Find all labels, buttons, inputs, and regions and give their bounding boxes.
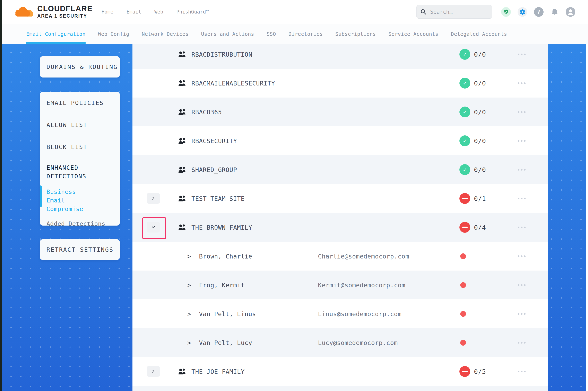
row-menu-button[interactable] <box>517 312 527 316</box>
member-email: Charlie@somedemocorp.com <box>318 253 409 260</box>
minus-icon <box>462 227 468 228</box>
group-name: SHARED_GROUP <box>191 166 237 173</box>
nav-item-email[interactable]: Email <box>127 9 141 15</box>
group-name: RBACO365 <box>191 108 222 115</box>
secondary-tabbar: Email ConfigurationWeb ConfigNetwork Dev… <box>2 24 588 44</box>
member-count: 0/0 <box>474 137 486 145</box>
row-menu-button[interactable] <box>517 341 527 345</box>
nav-item-phishguard-[interactable]: PhishGuard™ <box>176 9 209 15</box>
status-dot-icon <box>460 253 466 259</box>
active-item-indicator <box>40 186 42 207</box>
search-container <box>417 5 492 19</box>
shield-check-icon[interactable] <box>501 7 511 17</box>
expand-toggle-button[interactable] <box>147 222 160 232</box>
status-badge: ✓ <box>459 78 470 89</box>
tab-directories[interactable]: Directories <box>289 24 323 44</box>
tab-subscriptions[interactable]: Subscriptions <box>335 24 376 44</box>
chevron-right-icon[interactable]: > <box>187 310 191 317</box>
row-menu-button[interactable] <box>517 139 527 143</box>
status-dot-icon <box>460 282 466 288</box>
user-avatar-icon[interactable] <box>566 7 575 17</box>
row-menu-button[interactable] <box>517 81 527 85</box>
row-menu-button[interactable] <box>517 110 527 114</box>
member-name: Van Pelt, Linus <box>199 310 256 317</box>
cloudflare-cloud-icon <box>12 6 34 18</box>
cloudflare-logo[interactable]: CLOUDFLARE AREA 1 SECURITY <box>12 5 93 19</box>
sidebar-item-block-list[interactable]: BLOCK LIST <box>40 136 120 158</box>
row-menu-button[interactable] <box>517 196 527 201</box>
group-row: SHARED_GROUP ✓ 0/0 <box>133 155 548 184</box>
sidebar-item-enhanced-detections[interactable]: ENHANCED DETECTIONS <box>46 163 96 181</box>
expand-toggle-button[interactable] <box>147 193 160 204</box>
member-count: 0/0 <box>474 51 486 58</box>
member-row: > Van Pelt, Linus Linus@somedemocorp.com <box>133 299 548 328</box>
tab-service-accounts[interactable]: Service Accounts <box>388 24 438 44</box>
group-name: RBACSECURITY <box>191 137 237 144</box>
sidebar-item-allow-list[interactable]: ALLOW LIST <box>40 114 120 136</box>
chevron-right-icon[interactable]: > <box>187 281 191 289</box>
sidebar-card-title: DOMAINS & ROUTING <box>46 63 118 70</box>
minus-icon <box>462 371 468 372</box>
member-count: 0/4 <box>474 224 486 231</box>
chevron-right-icon[interactable]: > <box>187 339 191 346</box>
row-menu-button[interactable] <box>517 168 527 172</box>
people-icon <box>178 223 187 231</box>
people-icon <box>178 195 187 202</box>
tab-web-config[interactable]: Web Config <box>98 24 129 44</box>
check-icon: ✓ <box>463 80 467 87</box>
logo-title: CLOUDFLARE <box>37 5 93 13</box>
bell-icon[interactable] <box>550 7 559 16</box>
sidebar-item-retract-settings[interactable]: RETRACT SETTINGS <box>40 239 120 260</box>
tab-email-configuration[interactable]: Email Configuration <box>26 24 86 44</box>
status-badge: ✓ <box>459 222 470 233</box>
group-row: RBACDISTRUBUTION ✓ 0/0 <box>133 44 548 69</box>
nav-item-web[interactable]: Web <box>154 9 163 15</box>
status-dot-icon <box>460 340 466 346</box>
sidebar-email-policies-card: EMAIL POLICIES ALLOW LIST BLOCK LIST ENH… <box>40 92 120 226</box>
search-input[interactable] <box>417 5 492 19</box>
sidebar-item-label: EMAIL POLICIES <box>46 99 104 106</box>
sidebar-card-title: RETRACT SETTINGS <box>46 246 113 253</box>
search-icon <box>420 8 427 16</box>
app-screen: CLOUDFLARE AREA 1 SECURITY HomeEmailWebP… <box>0 0 588 391</box>
sidebar-item-domains-routing[interactable]: DOMAINS & ROUTING <box>40 56 120 78</box>
sidebar-item-label: BLOCK LIST <box>46 144 87 151</box>
sidebar-item-added-detections[interactable]: Added Detections <box>46 219 114 228</box>
member-name: Frog, Kermit <box>199 281 245 289</box>
member-name: Van Pelt, Lucy <box>199 339 252 346</box>
people-icon <box>178 108 187 116</box>
logo-subtitle: AREA 1 SECURITY <box>37 13 93 19</box>
row-menu-button[interactable] <box>517 225 527 229</box>
row-menu-button[interactable] <box>517 254 527 258</box>
primary-nav: HomeEmailWebPhishGuard™ <box>102 9 209 15</box>
tab-users-and-actions[interactable]: Users and Actions <box>201 24 254 44</box>
group-row: THE BROWN FAMILY ✓ 0/4 <box>133 213 548 242</box>
status-badge: ✓ <box>459 366 470 377</box>
group-name: THE BROWN FAMILY <box>191 224 252 231</box>
row-menu-button[interactable] <box>517 52 527 56</box>
row-menu-button[interactable] <box>517 370 527 374</box>
sidebar-item-email-policies[interactable]: EMAIL POLICIES <box>40 92 120 114</box>
sidebar-item-business-email-compromise[interactable]: Business Email Compromise <box>46 188 98 213</box>
member-email: Kermit@somedemocorp.com <box>318 281 405 289</box>
expand-toggle-button[interactable] <box>147 366 160 377</box>
people-icon <box>178 368 187 376</box>
tab-network-devices[interactable]: Network Devices <box>142 24 189 44</box>
status-badge: ✓ <box>459 49 470 60</box>
desktop-edge-strip <box>0 0 2 391</box>
gear-icon[interactable] <box>518 7 527 17</box>
help-icon[interactable]: ? <box>534 7 544 17</box>
row-menu-button[interactable] <box>517 283 527 287</box>
top-header: CLOUDFLARE AREA 1 SECURITY HomeEmailWebP… <box>2 0 588 24</box>
tab-delegated-accounts[interactable]: Delegated Accounts <box>451 24 507 44</box>
minus-icon <box>462 198 468 199</box>
member-email: Lucy@somedemocorp.com <box>318 339 398 346</box>
enhanced-detections-section: ENHANCED DETECTIONS Business Email Compr… <box>40 158 120 228</box>
member-count: 0/5 <box>474 368 486 375</box>
group-row: RBACMAILENABLESECURITY ✓ 0/0 <box>133 69 548 98</box>
group-name: RBACMAILENABLESECURITY <box>191 80 275 87</box>
sidebar-item-label: ALLOW LIST <box>46 121 87 128</box>
chevron-right-icon[interactable]: > <box>187 253 191 260</box>
nav-item-home[interactable]: Home <box>102 9 113 15</box>
tab-sso[interactable]: SSO <box>267 24 276 44</box>
